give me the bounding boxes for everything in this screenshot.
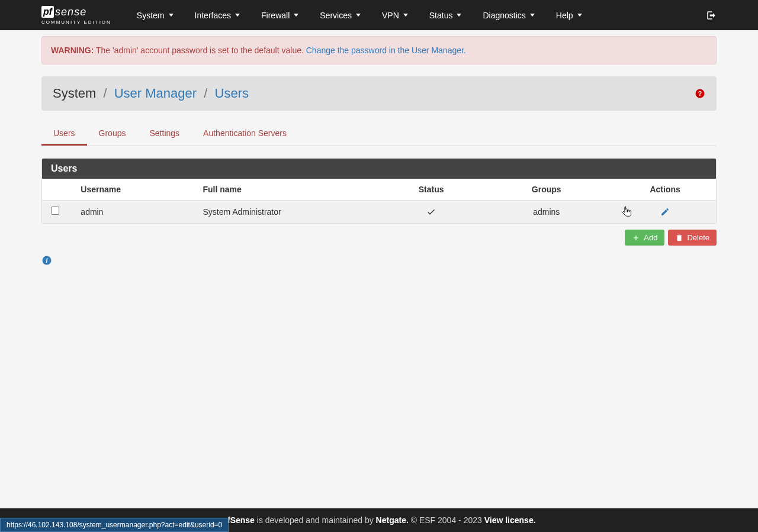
table-row[interactable]: admin System Administrator admins [42, 201, 716, 223]
chevron-down-icon [530, 14, 535, 17]
chevron-down-icon [457, 14, 461, 17]
users-panel: Users Username Full name Status Groups A… [41, 158, 717, 224]
chevron-down-icon [294, 14, 298, 17]
nav-diagnostics[interactable]: Diagnostics [472, 2, 545, 29]
row-checkbox[interactable] [51, 207, 59, 215]
nav-label: Firewall [261, 11, 290, 20]
nav-label: System [137, 11, 165, 20]
page-header: System / User Manager / Users ? [41, 76, 717, 111]
logo-edition: COMMUNITY EDITION [41, 20, 111, 25]
nav-label: Status [429, 11, 453, 20]
add-button[interactable]: Add [625, 230, 664, 246]
add-label: Add [644, 233, 657, 242]
col-fullname: Full name [194, 179, 384, 201]
chevron-down-icon [403, 14, 408, 17]
nav-vpn[interactable]: VPN [371, 2, 419, 29]
nav-label: Interfaces [195, 11, 231, 20]
nav-label: Help [556, 11, 573, 20]
col-check [42, 179, 72, 201]
breadcrumb-root: System [53, 86, 96, 101]
col-groups: Groups [478, 179, 614, 201]
nav-firewall[interactable]: Firewall [250, 2, 309, 29]
nav-system[interactable]: System [126, 2, 184, 29]
main-container: WARNING: The 'admin' account password is… [41, 30, 717, 266]
breadcrumb-sep: / [103, 86, 107, 101]
nav-help[interactable]: Help [545, 2, 593, 29]
info-icon[interactable]: i [41, 254, 52, 265]
panel-title: Users [42, 159, 716, 179]
logo[interactable]: pf sense COMMUNITY EDITION [41, 6, 111, 25]
tab-users[interactable]: Users [41, 122, 87, 146]
col-status: Status [384, 179, 478, 201]
nav-interfaces[interactable]: Interfaces [184, 2, 250, 29]
delete-button[interactable]: Delete [668, 230, 717, 246]
plus-icon [632, 234, 640, 242]
delete-label: Delete [687, 233, 709, 242]
nav-services[interactable]: Services [309, 2, 371, 29]
check-icon [426, 207, 436, 216]
tabs: Users Groups Settings Authentication Ser… [41, 122, 717, 146]
cell-fullname: System Administrator [194, 201, 384, 223]
breadcrumb: System / User Manager / Users [53, 86, 249, 101]
svg-text:?: ? [698, 90, 702, 97]
breadcrumb-users[interactable]: Users [215, 86, 249, 101]
logo-pf: pf [41, 6, 54, 18]
help-icon[interactable]: ? [695, 88, 705, 99]
tab-settings[interactable]: Settings [137, 122, 191, 146]
tab-auth-servers[interactable]: Authentication Servers [191, 122, 298, 146]
chevron-down-icon [235, 14, 240, 17]
warning-link[interactable]: Change the password in the User Manager. [306, 46, 466, 55]
chevron-down-icon [577, 14, 582, 17]
col-actions: Actions [614, 179, 716, 201]
cell-username: admin [72, 201, 194, 223]
chevron-down-icon [169, 14, 174, 17]
table-header-row: Username Full name Status Groups Actions [42, 179, 716, 201]
warning-label: WARNING: [51, 46, 94, 55]
nav-menu: System Interfaces Firewall Services VPN … [126, 2, 593, 29]
warning-text: The 'admin' account password is set to t… [94, 46, 306, 55]
cell-groups: admins [478, 201, 614, 223]
nav-label: Diagnostics [483, 11, 525, 20]
trash-icon [675, 234, 683, 242]
logo-sense: sense [55, 6, 86, 18]
pencil-icon[interactable] [660, 207, 670, 216]
logout-icon[interactable] [706, 9, 717, 20]
action-buttons: Add Delete [41, 230, 717, 246]
warning-alert: WARNING: The 'admin' account password is… [41, 36, 717, 65]
breadcrumb-sep: / [204, 86, 207, 101]
nav-label: VPN [382, 11, 399, 20]
nav-label: Services [320, 11, 352, 20]
breadcrumb-user-manager[interactable]: User Manager [114, 86, 197, 101]
chevron-down-icon [356, 14, 361, 17]
users-table: Username Full name Status Groups Actions… [42, 179, 716, 223]
top-navbar: pf sense COMMUNITY EDITION System Interf… [0, 0, 758, 30]
col-username: Username [72, 179, 194, 201]
nav-status[interactable]: Status [419, 2, 473, 29]
tab-groups[interactable]: Groups [87, 122, 138, 146]
